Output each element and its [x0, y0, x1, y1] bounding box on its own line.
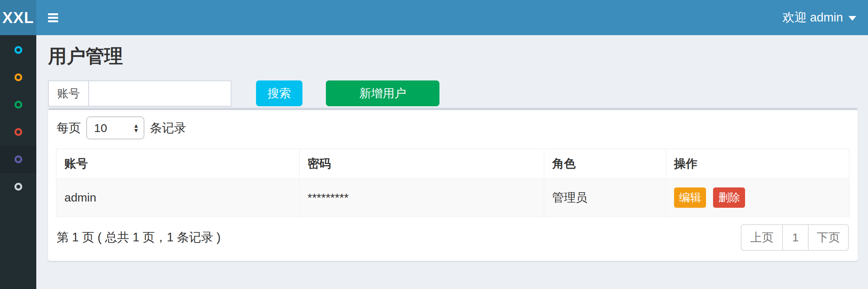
sidebar-item-1[interactable] — [0, 36, 36, 64]
account-search-input[interactable] — [89, 80, 231, 107]
circle-o-icon — [14, 155, 22, 163]
circle-o-icon — [14, 183, 22, 191]
sidebar-item-6[interactable] — [0, 173, 36, 200]
pagination-next-button[interactable]: 下页 — [808, 224, 849, 251]
search-toolbar: 账号 搜索 新增用户 — [48, 80, 858, 107]
column-header-actions: 操作 — [666, 149, 849, 178]
edit-button[interactable]: 编辑 — [674, 187, 706, 208]
sidebar-item-5-active[interactable] — [0, 146, 36, 173]
per-page-value: 10 — [94, 121, 133, 135]
column-header-role: 角色 — [544, 149, 666, 178]
hamburger-bar — [48, 17, 58, 19]
hamburger-bar — [48, 13, 58, 15]
sidebar-item-2[interactable] — [0, 64, 36, 91]
circle-o-icon — [14, 46, 22, 54]
table-row: admin ********* 管理员 编辑 删除 — [56, 178, 849, 217]
circle-o-icon — [14, 128, 22, 136]
select-spinner-arrows-icon: ▲▼ — [133, 123, 139, 132]
table-header-row: 账号 密码 角色 操作 — [56, 149, 849, 178]
app-logo[interactable]: XXL — [0, 0, 36, 35]
pagination: 上页 1 下页 — [741, 224, 849, 251]
user-dropdown[interactable]: 欢迎 admin — [783, 9, 856, 26]
cell-password: ********* — [299, 178, 544, 217]
records-label: 条记录 — [150, 120, 186, 136]
circle-o-icon — [14, 73, 22, 81]
page-length-control: 每页 10 ▲▼ 条记录 — [57, 116, 849, 139]
cell-actions: 编辑 删除 — [666, 178, 849, 217]
caret-down-icon — [848, 16, 856, 21]
pagination-summary: 第 1 页 ( 总共 1 页，1 条记录 ) — [57, 229, 221, 246]
circle-o-icon — [14, 101, 22, 109]
delete-button[interactable]: 删除 — [713, 187, 745, 208]
per-page-label: 每页 — [57, 120, 81, 136]
account-input-group: 账号 — [48, 80, 231, 107]
cell-role: 管理员 — [544, 178, 666, 217]
sidebar-item-4[interactable] — [0, 118, 36, 146]
column-header-account: 账号 — [56, 149, 299, 178]
hamburger-bar — [48, 20, 58, 22]
pagination-prev-button[interactable]: 上页 — [741, 224, 783, 251]
add-user-button[interactable]: 新增用户 — [326, 80, 439, 106]
cell-account: admin — [56, 178, 299, 217]
search-button[interactable]: 搜索 — [256, 80, 302, 106]
user-list-panel: 每页 10 ▲▼ 条记录 账号 密码 角色 操作 admin ********* — [48, 108, 858, 261]
content-area: 用户管理 账号 搜索 新增用户 每页 10 ▲▼ 条记录 账号 密码 角色 操作 — [36, 35, 868, 289]
page-title: 用户管理 — [48, 46, 868, 66]
sidebar — [0, 35, 36, 289]
pagination-current-page[interactable]: 1 — [782, 224, 809, 251]
account-label: 账号 — [48, 80, 89, 107]
sidebar-item-3[interactable] — [0, 91, 36, 118]
sidebar-toggle-hamburger-icon[interactable] — [48, 12, 58, 24]
table-footer: 第 1 页 ( 总共 1 页，1 条记录 ) 上页 1 下页 — [56, 224, 849, 251]
column-header-password: 密码 — [299, 149, 544, 178]
user-greeting: 欢迎 admin — [783, 9, 843, 26]
top-navbar: XXL 欢迎 admin — [0, 0, 868, 35]
users-table: 账号 密码 角色 操作 admin ********* 管理员 编辑 删除 — [56, 148, 850, 217]
per-page-select[interactable]: 10 ▲▼ — [86, 116, 144, 139]
